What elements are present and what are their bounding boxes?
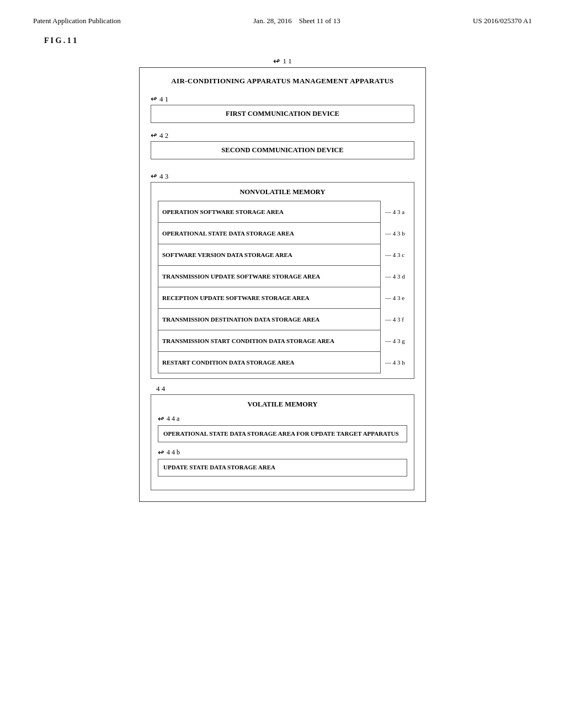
storage-area-ref: — 4 3 g <box>385 338 407 344</box>
figure-label: F I G . 1 1 <box>44 36 532 45</box>
storage-area-item: OPERATIONAL STATE DATA STORAGE AREA <box>158 222 381 244</box>
nonvol-ref-curve: ↫ <box>151 172 157 181</box>
page-header: Patent Application Publication Jan. 28, … <box>33 17 532 25</box>
second-comm-ref: 4 2 <box>159 131 168 140</box>
page: Patent Application Publication Jan. 28, … <box>0 0 565 518</box>
vol-ref-label: 4 4 <box>156 384 165 393</box>
header-center: Jan. 28, 2016 Sheet 11 of 13 <box>253 17 340 25</box>
vol-area-ref: 4 4 b <box>167 448 180 457</box>
first-comm-ref: 4 1 <box>159 95 168 104</box>
storage-area-ref: — 4 3 h <box>385 359 407 366</box>
storage-area-row: RECEPTION UPDATE SOFTWARE STORAGE AREA— … <box>158 287 407 309</box>
volatile-areas-list: ↫4 4 aOPERATIONAL STATE DATA STORAGE ARE… <box>158 414 407 477</box>
storage-area-item: OPERATION SOFTWARE STORAGE AREA <box>158 201 381 223</box>
first-comm-ref-curve: ↫ <box>151 94 157 104</box>
storage-area-ref: — 4 3 c <box>385 251 407 258</box>
volatile-area-item: OPERATIONAL STATE DATA STORAGE AREA FOR … <box>158 425 407 442</box>
storage-area-item: SOFTWARE VERSION DATA STORAGE AREA <box>158 244 381 266</box>
first-comm-label: FIRST COMMUNICATION DEVICE <box>226 110 339 117</box>
outer-box: AIR-CONDITIONING APPARATUS MANAGEMENT AP… <box>139 67 426 502</box>
volatile-memory-box: VOLATILE MEMORY ↫4 4 aOPERATIONAL STATE … <box>151 394 414 490</box>
second-comm-ref-curve: ↫ <box>151 131 157 140</box>
patent-number: US 2016/025370 A1 <box>473 17 532 25</box>
storage-area-row: OPERATIONAL STATE DATA STORAGE AREA— 4 3… <box>158 222 407 244</box>
volatile-area-item: UPDATE STATE DATA STORAGE AREA <box>158 459 407 476</box>
storage-area-item: TRANSMISSION UPDATE SOFTWARE STORAGE ARE… <box>158 265 381 287</box>
storage-area-row: OPERATION SOFTWARE STORAGE AREA— 4 3 a <box>158 201 407 223</box>
storage-area-ref: — 4 3 b <box>385 230 407 237</box>
volatile-title: VOLATILE MEMORY <box>158 400 407 409</box>
storage-area-row: TRANSMISSION START CONDITION DATA STORAG… <box>158 330 407 352</box>
volatile-area-container: ↫4 4 bUPDATE STATE DATA STORAGE AREA <box>158 448 407 476</box>
storage-area-item: TRANSMISSION DESTINATION DATA STORAGE AR… <box>158 308 381 330</box>
first-comm-device-box: FIRST COMMUNICATION DEVICE <box>151 105 414 123</box>
volatile-area-container: ↫4 4 aOPERATIONAL STATE DATA STORAGE ARE… <box>158 414 407 442</box>
vol-area-curve: ↫ <box>158 448 164 457</box>
storage-area-item: TRANSMISSION START CONDITION DATA STORAG… <box>158 330 381 352</box>
storage-area-item: RESTART CONDITION DATA STORAGE AREA <box>158 351 381 373</box>
storage-area-ref: — 4 3 d <box>385 273 407 280</box>
outer-ref-label: 1 1 <box>282 57 291 66</box>
nonvol-memory-box: NONVOLATILE MEMORY OPERATION SOFTWARE ST… <box>151 182 414 379</box>
storage-areas-list: OPERATION SOFTWARE STORAGE AREA— 4 3 aOP… <box>158 201 407 373</box>
storage-area-row: TRANSMISSION UPDATE SOFTWARE STORAGE ARE… <box>158 265 407 287</box>
outer-ref-curve: ↫ <box>273 56 280 66</box>
nonvol-ref: 4 3 <box>159 172 168 181</box>
second-comm-label: SECOND COMMUNICATION DEVICE <box>221 146 343 154</box>
storage-area-ref: — 4 3 a <box>385 208 407 215</box>
nonvol-title: NONVOLATILE MEMORY <box>158 188 407 196</box>
storage-area-row: TRANSMISSION DESTINATION DATA STORAGE AR… <box>158 308 407 330</box>
header-left: Patent Application Publication <box>33 17 121 25</box>
outer-box-title: AIR-CONDITIONING APPARATUS MANAGEMENT AP… <box>151 77 414 85</box>
diagram-container: ↫ 1 1 AIR-CONDITIONING APPARATUS MANAGEM… <box>33 56 532 502</box>
second-comm-device-box: SECOND COMMUNICATION DEVICE <box>151 141 414 159</box>
storage-area-row: RESTART CONDITION DATA STORAGE AREA— 4 3… <box>158 351 407 373</box>
pub-date: Jan. 28, 2016 <box>253 17 291 25</box>
storage-area-ref: — 4 3 e <box>385 295 407 301</box>
vol-area-curve: ↫ <box>158 414 164 424</box>
storage-area-ref: — 4 3 f <box>385 316 407 323</box>
publication-label: Patent Application Publication <box>33 17 121 25</box>
storage-area-item: RECEPTION UPDATE SOFTWARE STORAGE AREA <box>158 287 381 309</box>
sheet-info: Sheet 11 of 13 <box>299 17 340 25</box>
vol-area-ref: 4 4 a <box>167 415 179 423</box>
storage-area-row: SOFTWARE VERSION DATA STORAGE AREA— 4 3 … <box>158 244 407 266</box>
header-right: US 2016/025370 A1 <box>473 17 532 25</box>
